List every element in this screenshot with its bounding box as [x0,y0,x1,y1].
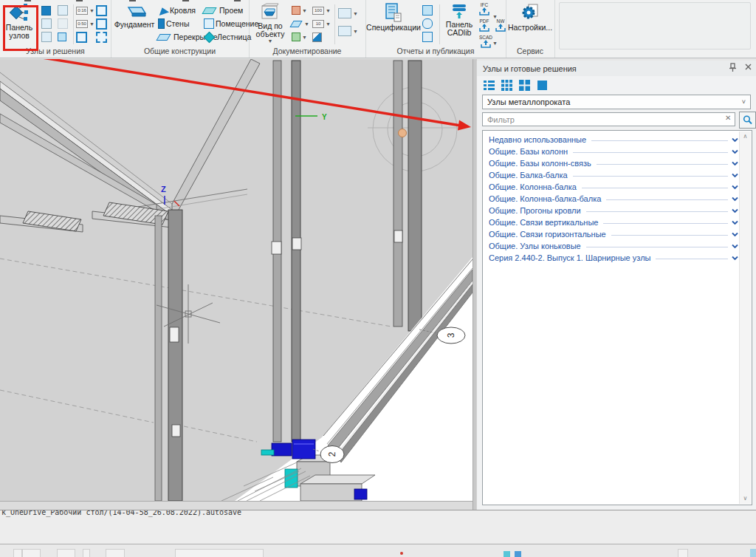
taskbar-edge-icon[interactable] [750,549,756,557]
dimension-100-button[interactable]: 100▼ [312,4,331,16]
command-line-text: к_OneDrive_Рабочий стол/(14-04-58_26.08.… [1,510,756,516]
view-grid-medium-icon[interactable] [519,80,530,91]
view-grid-small-icon[interactable] [501,80,512,91]
filter-clear-icon[interactable]: ✕ [725,114,731,122]
viewport-canvas[interactable]: 2 3 Z Y [0,59,472,510]
list-item[interactable]: Недавно использованные [483,134,740,146]
orbit-target-dot [399,129,407,137]
view-large-icon[interactable] [537,80,548,91]
export-nw-label: NW [497,18,505,24]
list-item[interactable]: Общие. Колонна-балка-балка [483,194,740,205]
view-list-icon[interactable] [484,80,495,91]
export-pdf-button[interactable]: PDF [479,18,489,32]
viewport-frame-button[interactable] [96,4,107,16]
list-item[interactable]: Серия 2.440-2. Выпуск 1. Шарнирные узлы [483,253,740,264]
taskbar-item[interactable] [83,549,90,557]
chevron-down-icon[interactable] [732,173,738,178]
group-separator [439,4,440,44]
taskbar-item[interactable] [106,549,125,557]
nodes-panel-button[interactable]: Панель узлов [4,3,35,46]
catalog-combobox[interactable]: Узлы металлопроката ˅ [482,95,751,109]
scale-edit-button[interactable]: 0:50▼ [76,18,94,30]
ribbon: Панель узлов 0:16▼ 0:50▼ Узлы и решения … [0,0,756,58]
node-tool-1-button[interactable] [41,4,51,16]
viewport-clip-button[interactable] [96,31,107,43]
specifications-button[interactable]: Спецификации [369,3,418,46]
command-line-area[interactable]: к_OneDrive_Рабочий стол/(14-04-58_26.08.… [0,510,756,545]
chevron-down-icon[interactable] [732,256,738,261]
chevron-down-icon[interactable] [732,197,738,202]
chevron-down-icon: ˅ [742,98,746,106]
node-tool-4-button[interactable] [58,4,68,16]
scroll-down-icon[interactable]: ∨ [740,493,751,504]
walls-button[interactable]: Стены [158,18,189,30]
taskbar-item[interactable] [175,549,264,557]
list-item[interactable]: Общие. Базы колонн-связь [483,158,740,170]
chevron-down-icon[interactable] [732,232,738,237]
chevron-down-icon[interactable] [732,244,738,249]
export-nw-button[interactable]: NW [495,18,506,32]
settings-button[interactable]: Настройки... [508,3,552,46]
viewport-add-button[interactable] [96,18,107,30]
close-icon[interactable] [744,63,752,71]
node-tool-5-button[interactable] [58,18,68,30]
update-reports-button[interactable] [422,18,433,30]
annotate-button[interactable] [312,31,322,43]
node-tool-3-button[interactable] [41,31,52,43]
taskbar-item[interactable] [57,549,75,557]
chevron-down-icon[interactable] [732,185,738,190]
export-sheets-button[interactable] [422,31,433,43]
view-by-object-button[interactable]: Вид по объекту ▼ [252,3,289,46]
roof-button[interactable]: Кровля [158,4,196,16]
list-scrollbar[interactable]: ∧ ∨ [739,131,751,504]
publish-button[interactable] [422,4,433,16]
export-ifc-button[interactable]: IFC [479,2,489,16]
search-button[interactable] [739,112,756,129]
node-tool-2-button[interactable] [41,18,52,30]
taskbar-blue-icon[interactable] [515,551,521,557]
model-view-button[interactable]: ▼ [292,31,307,43]
dimension-10-button[interactable]: 10▼ [312,18,331,30]
list-item[interactable]: Общие. Узлы коньковые [483,241,740,253]
ribbon-group-service: Настройки... Сервис [506,0,555,58]
list-item[interactable]: Общие. Колонна-балка [483,182,740,194]
section-3d-button[interactable]: ▼ [292,4,307,16]
view-frame-icon [338,8,351,18]
pin-icon[interactable] [729,63,737,72]
chevron-down-icon[interactable] [732,149,738,154]
taskbar-item[interactable] [678,549,688,557]
chevron-down-icon[interactable] [732,161,738,166]
scale-list-button[interactable]: 0:16▼ [76,4,94,16]
plane-cut-button[interactable]: ▼ [292,18,309,30]
list-item[interactable]: Общие. Прогоны кровли [483,205,740,217]
taskbar-item[interactable] [13,549,22,557]
panel-header[interactable]: Узлы и готовые решения [477,61,756,76]
scroll-up-icon[interactable]: ∧ [740,131,751,142]
taskbar-teal-icon[interactable] [504,551,510,557]
list-item[interactable]: Общие. Базы колонн [483,146,740,158]
opening-button[interactable]: Проем [204,4,243,16]
chevron-down-icon[interactable] [732,220,738,225]
stairs-button[interactable]: Лестница [204,31,251,43]
chevron-down-icon[interactable] [732,137,738,143]
view-frame-button[interactable]: ▼ [338,7,358,19]
walls-label: Стены [166,19,189,28]
cadlib-panel-button[interactable]: Панель CADlib [442,3,476,46]
nodes-category-list[interactable]: Недавно использованные Общие. Базы колон… [482,130,752,505]
node-numbering-button[interactable] [58,31,66,43]
sheet-add-button[interactable] [76,31,87,43]
taskbar-item[interactable] [22,549,41,557]
viewport-clip-icon [96,32,107,43]
ribbon-group-nodes: Панель узлов 0:16▼ 0:50▼ Узлы и решения [0,0,111,58]
filter-input[interactable] [482,112,735,126]
image-export-button[interactable]: ▼ [338,25,358,37]
svg-text:3: 3 [446,332,456,338]
chevron-down-icon[interactable] [732,208,738,213]
list-item[interactable]: Общие. Балка-балка [483,170,740,182]
foundation-button[interactable]: Фундамент [115,3,154,46]
app-window: { "ribbon": { "groups": [ { "label": "Уз… [0,0,756,557]
list-item[interactable]: Общие. Связи горизонтальные [483,229,740,241]
viewport-3d[interactable]: 2 3 Z Y [0,59,472,510]
list-item[interactable]: Общие. Связи вертикальные [483,217,740,229]
sheet-add-icon [76,32,87,43]
